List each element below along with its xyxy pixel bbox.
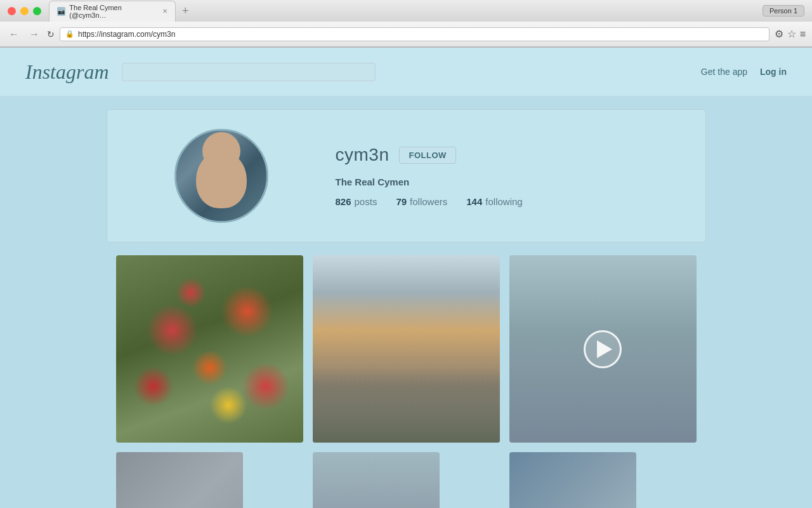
profile-full-name: The Real Cymen: [336, 177, 680, 187]
photo-item[interactable]: [116, 452, 243, 508]
tab-bar: 📷 The Real Cymen (@cym3n… ✕ +: [49, 1, 763, 22]
header-actions: Get the app Log in: [701, 67, 787, 77]
profile-container: cym3n FOLLOW The Real Cymen 826 posts 79…: [97, 97, 716, 508]
refresh-button[interactable]: ↻: [47, 29, 55, 39]
window-controls: [8, 7, 41, 15]
photo-flowers-image: [116, 255, 303, 443]
title-bar: 📷 The Real Cymen (@cym3n… ✕ + Person 1: [0, 0, 812, 22]
following-label: following: [485, 196, 522, 207]
tab-favicon: 📷: [57, 7, 65, 16]
posts-count: 826: [336, 196, 351, 207]
bookmark-icon[interactable]: ☆: [787, 28, 796, 40]
person-button[interactable]: Person 1: [763, 5, 804, 17]
address-bar[interactable]: 🔒 https://instagram.com/cym3n: [60, 27, 769, 41]
back-button[interactable]: ←: [6, 27, 22, 41]
get-app-link[interactable]: Get the app: [701, 67, 747, 77]
tab-title: The Real Cymen (@cym3n…: [69, 4, 156, 19]
profile-username-row: cym3n FOLLOW: [336, 145, 680, 165]
followers-count: 79: [396, 196, 407, 207]
address-text: https://instagram.com/cym3n: [78, 30, 764, 39]
followers-stat[interactable]: 79 followers: [396, 196, 447, 207]
bottom-photos-row: [107, 452, 706, 508]
search-bar: [122, 63, 376, 81]
play-button[interactable]: [584, 330, 622, 368]
posts-label: posts: [355, 196, 377, 207]
settings-icon[interactable]: ⚙: [775, 28, 783, 40]
ssl-lock-icon: 🔒: [65, 30, 74, 38]
instagram-logo: Instagram: [25, 60, 109, 84]
photo-item[interactable]: [313, 255, 500, 443]
menu-icon[interactable]: ≡: [800, 29, 806, 40]
active-tab[interactable]: 📷 The Real Cymen (@cym3n… ✕: [49, 1, 176, 22]
browser-toolbar: ← → ↻ 🔒 https://instagram.com/cym3n ⚙ ☆ …: [0, 22, 812, 47]
avatar: [174, 129, 268, 223]
profile-stats: 826 posts 79 followers 144 following: [336, 196, 680, 207]
posts-stat: 826 posts: [336, 196, 377, 207]
follow-button[interactable]: FOLLOW: [399, 147, 455, 164]
photo-item[interactable]: [509, 452, 636, 508]
minimize-window-button[interactable]: [20, 7, 29, 15]
photos-grid: [107, 255, 706, 443]
avatar-image: [176, 131, 266, 221]
tab-close-button[interactable]: ✕: [162, 8, 167, 15]
following-count: 144: [466, 196, 482, 207]
maximize-window-button[interactable]: [33, 7, 41, 15]
close-window-button[interactable]: [8, 7, 16, 15]
profile-avatar-section: [133, 129, 310, 223]
new-tab-button[interactable]: +: [178, 4, 193, 18]
followers-label: followers: [410, 196, 447, 207]
instagram-page: Instagram Get the app Log in cym3n FOLLO…: [0, 48, 812, 508]
profile-info: cym3n FOLLOW The Real Cymen 826 posts 79…: [310, 145, 680, 207]
photo-item[interactable]: [509, 255, 697, 443]
photo-item[interactable]: [313, 452, 440, 508]
search-input[interactable]: [122, 63, 376, 81]
browser-chrome: 📷 The Real Cymen (@cym3n… ✕ + Person 1 ←…: [0, 0, 812, 48]
toolbar-actions: ⚙ ☆ ≡: [775, 28, 806, 40]
photo-video-image: [509, 255, 697, 443]
profile-username: cym3n: [336, 145, 390, 165]
log-in-button[interactable]: Log in: [760, 67, 787, 77]
instagram-header: Instagram Get the app Log in: [0, 48, 812, 97]
photo-item[interactable]: [116, 255, 303, 443]
photo-man-puppy-image: [313, 255, 500, 443]
profile-card: cym3n FOLLOW The Real Cymen 826 posts 79…: [107, 109, 706, 243]
play-icon: [597, 340, 612, 358]
forward-button[interactable]: →: [27, 27, 42, 41]
following-stat[interactable]: 144 following: [466, 196, 522, 207]
